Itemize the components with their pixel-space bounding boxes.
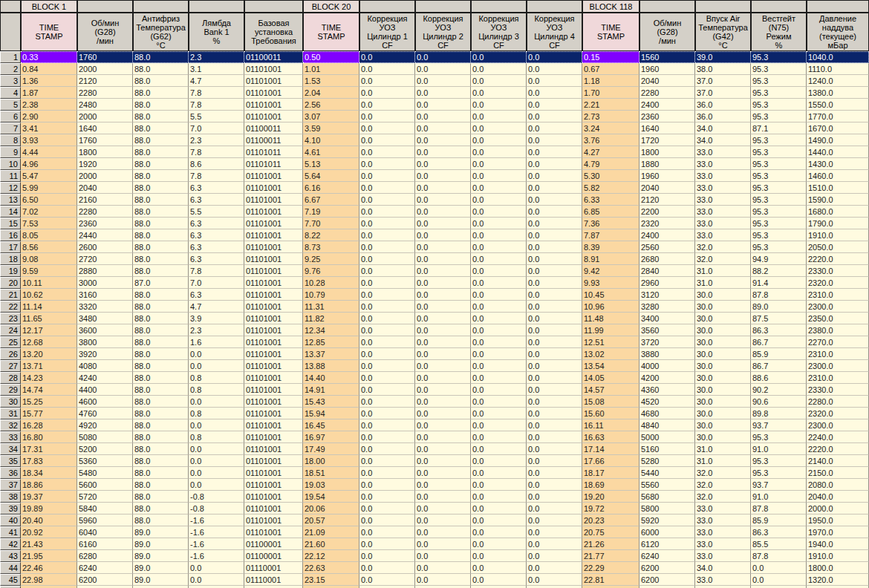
row-number-button[interactable]: 20: [0, 277, 21, 289]
row-number-button[interactable]: 24: [0, 324, 21, 336]
cell-b20_corr3[interactable]: 0.0: [471, 574, 527, 586]
cell-b1_coolant[interactable]: 88.0: [133, 336, 189, 348]
cell-b118_n75[interactable]: 0.0: [751, 562, 807, 574]
row-number-button[interactable]: 41: [0, 526, 21, 538]
cell-b118_iat[interactable]: 34.0: [695, 562, 751, 574]
cell-b1_time[interactable]: 12.17: [21, 324, 77, 336]
row-number-button[interactable]: 15: [0, 218, 21, 229]
cell-b20_time[interactable]: 23.15: [303, 574, 359, 586]
cell-b1_lambda[interactable]: 7.8: [189, 265, 244, 277]
cell-b1_coolant[interactable]: 89.0: [133, 526, 189, 538]
cell-b118_time[interactable]: 3.76: [582, 134, 639, 146]
cell-b1_lambda[interactable]: 0.0: [189, 455, 244, 467]
cell-b118_n75[interactable]: 89.8: [751, 408, 807, 419]
cell-b118_boost[interactable]: 1380.0: [807, 87, 869, 99]
cell-b20_corr4[interactable]: 0.0: [527, 206, 582, 218]
cell-b20_corr4[interactable]: 0.0: [527, 491, 582, 503]
table-row[interactable]: 168.05244088.06.3011010018.220.00.00.00.…: [0, 229, 869, 241]
row-number-button[interactable]: 30: [0, 396, 21, 408]
cell-b118_rpm[interactable]: 2680: [639, 253, 695, 265]
cell-b20_corr2[interactable]: 0.0: [415, 229, 471, 241]
cell-b1_coolant[interactable]: 88.0: [133, 158, 189, 170]
cell-b20_corr1[interactable]: 0.0: [359, 574, 415, 586]
cell-b118_boost[interactable]: 2330.0: [807, 384, 869, 396]
cell-b118_boost[interactable]: 2220.0: [807, 443, 869, 455]
cell-b1_time[interactable]: 4.96: [21, 158, 77, 170]
cell-b1_coolant[interactable]: 89.0: [133, 562, 189, 574]
cell-b1_rpm[interactable]: 3600: [77, 324, 133, 336]
cell-b20_corr1[interactable]: 0.0: [359, 384, 415, 396]
cell-b20_corr2[interactable]: 0.0: [415, 158, 471, 170]
row-number-button[interactable]: 42: [0, 538, 21, 550]
cell-b1_rpm[interactable]: 2280: [77, 87, 133, 99]
cell-b118_iat[interactable]: 31.0: [695, 277, 751, 289]
cell-b118_n75[interactable]: 95.3: [751, 99, 807, 111]
cell-b1_coolant[interactable]: 88.0: [133, 87, 189, 99]
row-number-button[interactable]: 5: [0, 99, 21, 111]
cell-b118_rpm[interactable]: 3880: [639, 348, 695, 360]
table-row[interactable]: 2211.14332088.04.70110100111.310.00.00.0…: [0, 301, 869, 313]
cell-b1_time[interactable]: 3.41: [21, 122, 77, 134]
cell-b20_corr3[interactable]: 0.0: [471, 51, 527, 63]
cell-b20_time[interactable]: 17.49: [303, 443, 359, 455]
cell-b20_corr4[interactable]: 0.0: [527, 526, 582, 538]
cell-b118_n75[interactable]: 86.7: [751, 360, 807, 372]
row-number-button[interactable]: 25: [0, 336, 21, 348]
cell-b20_time[interactable]: 10.79: [303, 289, 359, 301]
cell-b20_corr1[interactable]: 0.0: [359, 419, 415, 431]
cell-b20_corr4[interactable]: 0.0: [527, 277, 582, 289]
cell-b20_corr4[interactable]: 0.0: [527, 384, 582, 396]
cell-b1_basic[interactable]: 01101001: [244, 419, 303, 431]
cell-b20_corr1[interactable]: 0.0: [359, 75, 415, 87]
cell-b118_n75[interactable]: 95.3: [751, 455, 807, 467]
cell-b1_rpm[interactable]: 3800: [77, 336, 133, 348]
cell-b118_rpm[interactable]: 1960: [639, 63, 695, 75]
cell-b1_rpm[interactable]: 6160: [77, 538, 133, 550]
cell-b1_rpm[interactable]: 5480: [77, 467, 133, 479]
cell-b118_n75[interactable]: 93.7: [751, 419, 807, 431]
cell-b20_corr3[interactable]: 0.0: [471, 443, 527, 455]
cell-b20_corr2[interactable]: 0.0: [415, 146, 471, 158]
table-row[interactable]: 136.50216088.06.3011010016.670.00.00.00.…: [0, 194, 869, 206]
cell-b118_boost[interactable]: 1590.0: [807, 194, 869, 206]
cell-b20_time[interactable]: 11.31: [303, 301, 359, 313]
cell-b1_lambda[interactable]: 1.6: [189, 336, 244, 348]
cell-b118_time[interactable]: 14.57: [582, 384, 639, 396]
table-row[interactable]: 62.90200088.05.5011010013.070.00.00.00.0…: [0, 111, 869, 122]
table-row[interactable]: 157.53236088.06.3011010017.700.00.00.00.…: [0, 218, 869, 229]
cell-b118_time[interactable]: 0.67: [582, 63, 639, 75]
cell-b118_iat[interactable]: 33.0: [695, 538, 751, 550]
cell-b20_corr2[interactable]: 0.0: [415, 253, 471, 265]
cell-b20_corr2[interactable]: 0.0: [415, 241, 471, 253]
cell-b118_time[interactable]: 13.02: [582, 348, 639, 360]
cell-b20_corr1[interactable]: 0.0: [359, 503, 415, 514]
cell-b20_corr1[interactable]: 0.0: [359, 431, 415, 443]
cell-b118_time[interactable]: 1.70: [582, 87, 639, 99]
cell-b1_time[interactable]: 16.28: [21, 419, 77, 431]
cell-b20_corr3[interactable]: 0.0: [471, 99, 527, 111]
row-number-button[interactable]: 45: [0, 574, 21, 586]
cell-b1_basic[interactable]: 01101001: [244, 277, 303, 289]
cell-b118_iat[interactable]: 30.0: [695, 301, 751, 313]
cell-b118_iat[interactable]: 33.0: [695, 146, 751, 158]
cell-b118_boost[interactable]: 1670.0: [807, 122, 869, 134]
cell-b1_coolant[interactable]: 88.0: [133, 63, 189, 75]
cell-b1_lambda[interactable]: -1.6: [189, 526, 244, 538]
cell-b118_time[interactable]: 8.39: [582, 241, 639, 253]
cell-b118_time[interactable]: 2.73: [582, 111, 639, 122]
cell-b20_corr1[interactable]: 0.0: [359, 241, 415, 253]
cell-b20_corr2[interactable]: 0.0: [415, 194, 471, 206]
cell-b20_corr3[interactable]: 0.0: [471, 313, 527, 324]
cell-b118_rpm[interactable]: 2200: [639, 206, 695, 218]
table-row[interactable]: 2110.62316088.06.30110100110.790.00.00.0…: [0, 289, 869, 301]
cell-b20_corr3[interactable]: 0.0: [471, 431, 527, 443]
cell-b118_boost[interactable]: 2310.0: [807, 372, 869, 384]
cell-b20_corr1[interactable]: 0.0: [359, 455, 415, 467]
cell-b20_corr4[interactable]: 0.0: [527, 348, 582, 360]
cell-b1_time[interactable]: 3.93: [21, 134, 77, 146]
cell-b1_coolant[interactable]: 89.0: [133, 550, 189, 562]
cell-b1_rpm[interactable]: 2160: [77, 194, 133, 206]
cell-b1_coolant[interactable]: 88.0: [133, 146, 189, 158]
cell-b118_n75[interactable]: 90.6: [751, 396, 807, 408]
cell-b20_corr1[interactable]: 0.0: [359, 324, 415, 336]
